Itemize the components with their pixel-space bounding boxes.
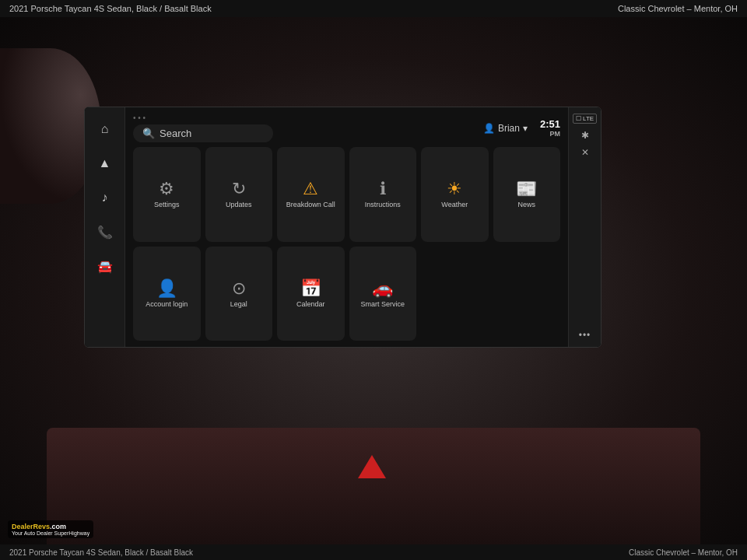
app-tile-news[interactable]: 📰 News	[493, 147, 561, 242]
app-tile-smart-service[interactable]: 🚗 Smart Service	[349, 247, 417, 341]
top-bar-title: 2021 Porsche Taycan 4S Sedan, Black / Ba…	[9, 4, 212, 13]
search-icon: 🔍	[142, 128, 155, 139]
smart-service-icon: 🚗	[372, 280, 393, 297]
dots-indicator: • • •	[133, 114, 273, 122]
legal-icon: ⊙	[232, 280, 246, 297]
wifi-icon: ✱	[581, 130, 589, 141]
bluetooth-icon: ✕	[581, 147, 589, 158]
nav-icon: ▲	[99, 156, 111, 170]
app-tile-legal[interactable]: ⊙ Legal	[205, 247, 273, 341]
car-interior: ⌂ ▲ ♪ 📞 🚘 • •	[0, 17, 747, 560]
settings-icon: ⚙	[159, 180, 174, 198]
user-time-area: 👤 Brian ▾ 2:51 PM	[483, 118, 560, 138]
user-name: Brian	[498, 123, 520, 134]
app-tile-instructions[interactable]: ℹ Instructions	[349, 147, 417, 242]
instructions-label: Instructions	[365, 201, 401, 209]
main-area: • • • 🔍 Search 👤 Brian ▾ 2:	[125, 107, 568, 347]
media-icon: ♪	[102, 191, 108, 205]
updates-label: Updates	[226, 201, 252, 209]
watermark-logo: DealerRevs.com	[12, 523, 89, 530]
calendar-label: Calendar	[296, 300, 325, 309]
bottom-dealer: Classic Chevrolet – Mentor, OH	[629, 548, 738, 557]
car-icon: 🚘	[97, 259, 113, 274]
search-bar[interactable]: 🔍 Search	[133, 124, 273, 142]
settings-label: Settings	[154, 201, 180, 209]
smart-service-label: Smart Service	[360, 300, 405, 309]
empty-cell-1	[421, 247, 489, 341]
app-tile-account-login[interactable]: 👤 Account login	[133, 247, 201, 341]
search-label: Search	[160, 128, 191, 139]
app-tile-calendar[interactable]: 📅 Calendar	[277, 247, 345, 341]
user-icon: 👤	[483, 123, 495, 134]
weather-icon: ☀	[447, 180, 462, 198]
top-bar-dealer: Classic Chevrolet – Mentor, OH	[618, 4, 738, 13]
more-dots[interactable]: •••	[579, 330, 591, 341]
screen-header: • • • 🔍 Search 👤 Brian ▾ 2:	[133, 114, 560, 142]
account-icon: 👤	[156, 280, 177, 297]
nav-home[interactable]: ⌂	[89, 114, 121, 145]
app-tile-breakdown-call[interactable]: ⚠ Breakdown Call	[277, 147, 345, 242]
app-tile-weather[interactable]: ☀ Weather	[421, 147, 489, 242]
app-tile-settings[interactable]: ⚙ Settings	[133, 147, 201, 242]
nav-phone[interactable]: 📞	[89, 216, 121, 247]
user-info[interactable]: 👤 Brian ▾	[483, 123, 528, 134]
time-period: PM	[540, 130, 560, 138]
instructions-icon: ℹ	[380, 180, 386, 198]
nav-car[interactable]: 🚘	[89, 250, 121, 282]
breakdown-icon: ⚠	[303, 180, 318, 198]
breakdown-label: Breakdown Call	[286, 201, 335, 209]
empty-cell-2	[493, 247, 561, 341]
legal-label: Legal	[230, 300, 247, 309]
lte-icon: ☐	[576, 115, 581, 122]
watermark-tagline: Your Auto Dealer SuperHighway	[12, 530, 89, 536]
nav-navigation[interactable]: ▲	[89, 148, 121, 179]
infotainment-screen: ⌂ ▲ ♪ 📞 🚘 • •	[84, 107, 601, 348]
news-label: News	[517, 201, 535, 209]
chevron-down-icon: ▾	[523, 123, 528, 134]
updates-icon: ↻	[232, 180, 246, 198]
news-icon: 📰	[516, 180, 537, 198]
top-bar: 2021 Porsche Taycan 4S Sedan, Black / Ba…	[0, 0, 747, 17]
left-nav: ⌂ ▲ ♪ 📞 🚘	[85, 107, 125, 347]
time-hours: 2:51	[540, 118, 560, 130]
account-label: Account login	[146, 300, 188, 309]
lte-badge: ☐ LTE	[573, 114, 597, 124]
bottom-bar: 2021 Porsche Taycan 4S Sedan, Black / Ba…	[0, 544, 747, 560]
app-tile-updates[interactable]: ↻ Updates	[205, 147, 273, 242]
bottom-title: 2021 Porsche Taycan 4S Sedan, Black / Ba…	[9, 548, 193, 557]
calendar-icon: 📅	[300, 280, 321, 297]
dealerrevs-watermark: DealerRevs.com Your Auto Dealer SuperHig…	[8, 520, 93, 538]
apps-grid: ⚙ Settings ↻ Updates ⚠ Breakdown Call ℹ …	[133, 147, 560, 341]
time-display: 2:51 PM	[540, 118, 560, 138]
home-icon: ⌂	[101, 122, 109, 136]
phone-icon: 📞	[97, 225, 113, 240]
weather-label: Weather	[441, 201, 468, 209]
right-status-bar: ☐ LTE ✱ ✕ •••	[568, 107, 601, 347]
nav-media[interactable]: ♪	[89, 182, 121, 213]
lte-label: LTE	[583, 115, 594, 122]
